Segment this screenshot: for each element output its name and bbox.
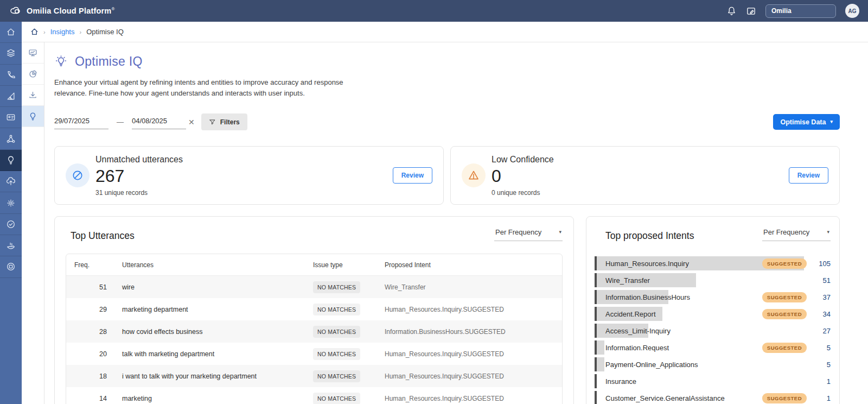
intent-name: Information.Request	[605, 344, 762, 352]
layers-icon	[6, 48, 16, 58]
cell-freq: 28	[74, 328, 107, 336]
intent-row[interactable]: Payment-Online_Applications5	[595, 357, 831, 371]
intent-count: 5	[813, 344, 831, 352]
sidebar-item-home[interactable]	[0, 22, 22, 43]
cell-proposed-intent: Human_Resources.Inquiry.SUGGESTED	[385, 395, 562, 402]
sidebar-item-orchestrate[interactable]	[0, 128, 22, 149]
intent-row[interactable]: Access_Limit-Inquiry27	[595, 324, 831, 338]
panel-title: Top proposed Intents	[595, 230, 694, 242]
subnav-item-monitor[interactable]	[22, 42, 44, 64]
cell-utterance: wire	[122, 283, 313, 291]
pie-chart-icon	[28, 70, 37, 79]
table-row[interactable]: 18i want to talk with your marketing dep…	[66, 365, 562, 387]
chevron-right-icon: ›	[43, 29, 46, 35]
col-utterances: Utterances	[122, 261, 313, 269]
date-to-input[interactable]	[132, 115, 186, 129]
unmatched-utterances-card: Unmatched utterances 267 31 unique recor…	[54, 146, 444, 205]
table-row[interactable]: 28how covid effects businessNO MATCHESIn…	[66, 320, 562, 343]
table-header-row: Freq. Utterances Issue type Proposed Int…	[66, 254, 562, 276]
intents-sort-select[interactable]: Per Frequency ▾	[762, 226, 831, 241]
sidebar-item-bulb[interactable]	[0, 150, 22, 171]
sidebar-item-layers[interactable]	[0, 43, 22, 64]
cell-proposed-intent: Human_Resources.Inquiry.SUGGESTED	[385, 306, 562, 313]
intent-name: Human_Resources.Inquiry	[605, 260, 762, 268]
intent-bar-edge	[595, 391, 597, 404]
home-icon[interactable]	[30, 28, 39, 36]
intent-row[interactable]: Information.BusinessHoursSUGGESTED37	[595, 290, 831, 304]
page-title: Optimise IQ	[75, 54, 143, 69]
org-search-input[interactable]	[765, 4, 836, 18]
table-row[interactable]: 29marketing departmentNO MATCHESHuman_Re…	[66, 298, 562, 320]
table-row[interactable]: 20talk with marketing departmentNO MATCH…	[66, 343, 562, 365]
stat-subtitle: 0 unique records	[492, 189, 554, 197]
subnav-item-download[interactable]	[22, 85, 44, 106]
funnel-icon	[209, 118, 216, 125]
sidebar-item-id-card[interactable]	[0, 107, 22, 128]
cell-issue-type: NO MATCHES	[313, 281, 385, 293]
feedback-icon[interactable]	[746, 6, 756, 16]
intent-bar-edge	[595, 307, 597, 321]
cell-utterance: marketing	[122, 395, 313, 402]
intent-row[interactable]: Wire_Transfer51	[595, 273, 831, 287]
optimise-data-button[interactable]: Optimise Data ▾	[773, 114, 840, 130]
cloud-upload-icon	[6, 176, 16, 186]
sort-select-value: Per Frequency	[763, 228, 809, 236]
date-range-separator: —	[117, 118, 124, 126]
sidebar-item-phone[interactable]	[0, 65, 22, 86]
low-confidence-card: Low Confidence 0 0 unique records Review	[450, 146, 840, 205]
review-unmatched-button[interactable]: Review	[393, 167, 432, 184]
intent-row[interactable]: Customer_Service.GeneralAssistanceSUGGES…	[595, 391, 831, 404]
controls-row: — ✕ Filters Optimise Data ▾	[54, 113, 840, 130]
cell-utterance: marketing department	[122, 306, 313, 313]
cell-utterance: talk with marketing department	[122, 350, 313, 358]
bulb-icon	[6, 155, 16, 165]
issue-type-chip: NO MATCHES	[313, 304, 360, 315]
intent-bar-edge	[595, 374, 597, 388]
table-row[interactable]: 14marketingNO MATCHESHuman_Resources.Inq…	[66, 387, 562, 404]
brand-name: Omilia Cloud Platform®	[27, 7, 115, 15]
sidebar-item-cloud-upload[interactable]	[0, 171, 22, 192]
intent-count: 34	[813, 310, 831, 318]
cell-freq: 20	[74, 350, 107, 358]
intent-name: Payment-Online_Applications	[605, 361, 813, 369]
sidebar-item-integrations[interactable]	[0, 235, 22, 256]
utterances-sort-select[interactable]: Per Frequency ▾	[494, 226, 563, 241]
filters-button[interactable]: Filters	[201, 113, 247, 130]
gear-icon	[6, 198, 16, 208]
breadcrumb-insights[interactable]: Insights	[50, 28, 75, 36]
cell-utterance: i want to talk with your marketing depar…	[122, 373, 313, 380]
clear-dates-button[interactable]: ✕	[188, 118, 195, 127]
table-row[interactable]: 51wireNO MATCHESWire_Transfer	[66, 276, 562, 298]
intent-count: 5	[813, 361, 831, 369]
intent-bar-edge	[595, 273, 597, 287]
breadcrumb: › Insights › Optimise IQ	[22, 22, 868, 42]
subnav-item-pie-chart[interactable]	[22, 64, 44, 85]
bell-icon[interactable]	[726, 6, 737, 16]
issue-type-chip: NO MATCHES	[313, 281, 360, 293]
intent-row[interactable]: Information.RequestSUGGESTED5	[595, 340, 831, 355]
stat-title: Unmatched utterances	[95, 155, 183, 165]
stat-body: Low Confidence 0 0 unique records	[492, 155, 554, 197]
sidebar-item-metrics[interactable]	[0, 86, 22, 107]
suggested-badge: SUGGESTED	[762, 343, 807, 353]
phone-icon	[6, 70, 16, 80]
chevron-right-icon: ›	[79, 29, 81, 35]
sidebar-item-target[interactable]	[0, 256, 22, 277]
col-issue-type: Issue type	[313, 261, 385, 269]
review-low-confidence-button[interactable]: Review	[789, 167, 828, 184]
cell-issue-type: NO MATCHES	[313, 348, 385, 360]
sidebar-item-seal-check[interactable]	[0, 214, 22, 235]
sidebar-item-gear[interactable]	[0, 192, 22, 213]
intent-row[interactable]: Insurance1	[595, 374, 831, 388]
top-utterances-panel: Top Utterances Per Frequency ▾ Freq. Utt…	[54, 216, 574, 404]
intent-count: 105	[813, 260, 831, 268]
intent-name: Access_Limit-Inquiry	[605, 327, 813, 335]
intent-row[interactable]: Accident.ReportSUGGESTED34	[595, 307, 831, 321]
intent-name: Wire_Transfer	[605, 276, 813, 285]
intent-row[interactable]: Human_Resources.InquirySUGGESTED105	[595, 256, 831, 270]
avatar[interactable]: AG	[845, 4, 859, 18]
intent-name: Customer_Service.GeneralAssistance	[605, 394, 762, 402]
subnav-item-bulb[interactable]	[22, 106, 44, 127]
date-from-input[interactable]	[54, 115, 108, 129]
issue-type-chip: NO MATCHES	[313, 348, 360, 360]
